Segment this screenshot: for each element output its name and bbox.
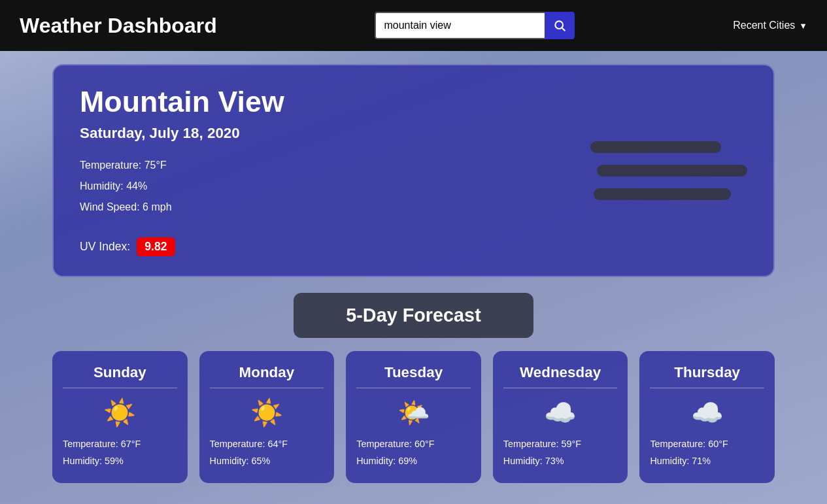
forecast-day-name: Thursday [650, 364, 764, 388]
uv-section: UV Index: 9.82 [80, 237, 284, 256]
forecast-card: Tuesday 🌤️ Temperature: 60°F Humidity: 6… [346, 351, 481, 483]
weather-info: Mountain View Saturday, July 18, 2020 Te… [80, 85, 284, 256]
recent-cities-label: Recent Cities [733, 20, 795, 31]
recent-cities-button[interactable]: Recent Cities ▼ [733, 20, 807, 31]
forecast-temperature: Temperature: 60°F [356, 436, 471, 453]
forecast-humidity: Humidity: 69% [356, 453, 471, 470]
forecast-humidity: Humidity: 65% [210, 453, 324, 470]
forecast-day-name: Sunday [63, 364, 177, 388]
app-title: Weather Dashboard [20, 14, 217, 38]
forecast-humidity: Humidity: 73% [503, 453, 618, 470]
forecast-stats: Temperature: 64°F Humidity: 65% [210, 436, 324, 470]
weather-date: Saturday, July 18, 2020 [80, 125, 284, 142]
forecast-icon: ☀️ [63, 397, 177, 428]
forecast-title: 5-Day Forecast [294, 293, 533, 338]
uv-label: UV Index: [80, 240, 130, 254]
weather-stats: Temperature: 75°F Humidity: 44% Wind Spe… [80, 155, 284, 218]
search-input[interactable] [375, 12, 545, 39]
svg-point-0 [556, 21, 564, 29]
forecast-temperature: Temperature: 59°F [503, 436, 618, 453]
forecast-temperature: Temperature: 60°F [650, 436, 764, 453]
forecast-stats: Temperature: 67°F Humidity: 59% [63, 436, 177, 470]
city-name: Mountain View [80, 85, 284, 118]
search-button[interactable] [545, 12, 575, 39]
search-bar [375, 12, 575, 39]
navbar: Weather Dashboard Recent Cities ▼ [0, 0, 827, 51]
temperature-stat: Temperature: 75°F [80, 155, 284, 176]
forecast-day-name: Tuesday [356, 364, 471, 388]
forecast-card: Thursday ☁️ Temperature: 60°F Humidity: … [639, 351, 775, 483]
wind-speed-stat: Wind Speed: 6 mph [80, 197, 284, 218]
uv-badge: 9.82 [137, 237, 175, 256]
wind-line-1 [590, 141, 721, 153]
forecast-card: Monday ☀️ Temperature: 64°F Humidity: 65… [199, 351, 335, 483]
forecast-stats: Temperature: 59°F Humidity: 73% [503, 436, 618, 470]
forecast-card: Sunday ☀️ Temperature: 67°F Humidity: 59… [52, 351, 188, 483]
forecast-icon: ☁️ [503, 397, 618, 428]
forecast-day-name: Monday [210, 364, 324, 388]
forecast-cards: Sunday ☀️ Temperature: 67°F Humidity: 59… [52, 351, 775, 483]
svg-line-1 [562, 28, 565, 31]
forecast-humidity: Humidity: 71% [650, 453, 764, 470]
forecast-stats: Temperature: 60°F Humidity: 69% [356, 436, 471, 470]
forecast-temperature: Temperature: 64°F [210, 436, 324, 453]
forecast-header: 5-Day Forecast [52, 293, 775, 338]
forecast-card: Wednesday ☁️ Temperature: 59°F Humidity:… [493, 351, 628, 483]
current-weather-card: Mountain View Saturday, July 18, 2020 Te… [52, 64, 775, 277]
wind-line-3 [594, 188, 731, 200]
chevron-down-icon: ▼ [799, 21, 807, 31]
wind-line-2 [597, 165, 747, 176]
forecast-icon: ☀️ [210, 397, 324, 428]
forecast-icon: ☁️ [650, 397, 764, 428]
forecast-humidity: Humidity: 59% [63, 453, 177, 470]
forecast-temperature: Temperature: 67°F [63, 436, 177, 453]
forecast-stats: Temperature: 60°F Humidity: 71% [650, 436, 764, 470]
humidity-stat: Humidity: 44% [80, 176, 284, 197]
wind-icon [590, 141, 747, 200]
forecast-day-name: Wednesday [503, 364, 618, 388]
forecast-icon: 🌤️ [356, 397, 471, 428]
main-content: Mountain View Saturday, July 18, 2020 Te… [0, 51, 827, 496]
search-icon [553, 19, 566, 32]
